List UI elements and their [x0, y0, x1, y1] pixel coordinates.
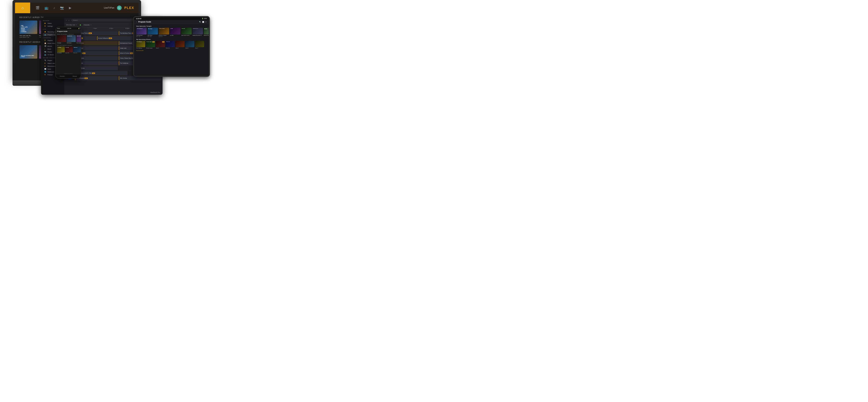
scene: ⌂ 🎬 📺 ♪ 📷 ▶ LiveTVFan L PLEX — [0, 0, 217, 100]
prog-mlb-baseball[interactable]: MLB Baseball NEW — [75, 76, 118, 80]
watch-later-label: Watch Later — [48, 63, 55, 64]
ipad-upcoming-show4[interactable]: THIS IS US This Is Us — [166, 41, 175, 49]
ipad-card-eldivo[interactable]: El Divo y Lázaro El Divo y Lázaro Ep 26-… — [159, 28, 169, 37]
pg-home-icon[interactable]: ⌂ — [68, 19, 69, 21]
discover-tab[interactable]: Discover — [60, 75, 65, 77]
device-selector[interactable]: SH's Mac mini ▼ — [66, 24, 77, 26]
playlists-label: Playlists — [48, 40, 53, 41]
ipad-upcoming-goldbergs[interactable]: The Goldbergs The Goldbergs — [136, 41, 145, 49]
ipad-show-grid: THE BACHELOR The Bachelor S21 · E11 The … — [136, 28, 207, 37]
status-icon: ◉ — [44, 22, 46, 24]
ipad-upcoming-text-premier: Premier League — [146, 48, 155, 49]
ipad-settings-icon[interactable]: ⚙ — [205, 21, 207, 23]
phone-card-3[interactable]: ONCE UPON A TIME Once Upon... — [76, 35, 81, 43]
ipad-search-icon[interactable]: 🔍 — [199, 21, 201, 23]
phone-upcoming-card-2[interactable]: Fresh Off Fresh Off... — [65, 47, 73, 54]
ipad-upcoming-show6[interactable]: Show 6 — [185, 41, 194, 49]
prog-jeopardy[interactable]: Jeopardy! NEW — [75, 51, 118, 55]
music-label: Music — [48, 48, 51, 50]
phone-app-title: Program Guide — [57, 31, 80, 32]
ipad-upcoming-premier[interactable]: Premier League NEW Premier League — [146, 41, 155, 49]
phone-upcoming-section: My Upcoming Shows The Middle The Middle … — [56, 44, 81, 54]
settings-label: Settings — [48, 25, 53, 27]
ipad-title-eldivo: El Divo y Lázaro — [159, 35, 169, 36]
ipad-card-news[interactable]: Nightly Business Nightly Business R... — [192, 28, 203, 37]
ipad-upcoming-grid: The Goldbergs The Goldbergs Premier Leag… — [136, 41, 207, 49]
ipad-status-bar: 12:35 PM 🔋 100% — [134, 17, 209, 20]
prog-blue-bloods[interactable]: Blue Bloods — [75, 61, 118, 65]
plugins-label: Plugins — [48, 60, 52, 61]
ipad-upcoming-img-show6 — [185, 41, 194, 47]
home-icon: ⌂ — [22, 5, 24, 10]
prog-family-feud[interactable]: Family Feud — [75, 46, 118, 50]
phone-card-img-1 — [57, 35, 66, 42]
prog-bigbang-s4[interactable]: The Big Bang Theory NEW — [75, 31, 118, 35]
news-icon: 📰 — [44, 68, 46, 70]
phone-upcoming-card-3[interactable]: THIS IS US This Is Us — [73, 47, 81, 54]
ipad-card-jose[interactable]: José Joel José Joel, el prín... — [181, 28, 192, 37]
tv-card-lateshow[interactable]: THELATE LATESHOWJAMESCORDEN The Late Lat… — [20, 21, 37, 38]
prog-martha-bakes[interactable]: Martha Bakes — [75, 56, 118, 60]
plex-logo: PLEX — [124, 6, 134, 10]
tv-nav-icon[interactable]: 📺 — [44, 6, 49, 10]
prog-inside-edition[interactable]: Inside Edition — [75, 41, 118, 45]
ipad-upcoming-show7[interactable]: Show 7 — [195, 41, 204, 49]
phone-card-img-2: WASHINGTON — [67, 35, 76, 42]
ipad-upcoming-text-show3: Show 3 — [156, 48, 165, 49]
plex-avatar[interactable]: L — [117, 5, 122, 10]
movies-label: Movies — [48, 45, 52, 47]
samsung-label: SAMSUNG — [64, 73, 73, 74]
ipad-card-voice[interactable]: The Voice The Voice S14 · E16 — [148, 28, 158, 37]
ipad-upcoming-img-show5 — [176, 41, 185, 47]
back-button[interactable]: ‹ — [66, 19, 67, 21]
ipad-upcoming-show3[interactable]: NEW Show 3 — [156, 41, 165, 49]
prog-goldbergs-2[interactable]: The Goldbergs — [75, 66, 118, 70]
phone-upcoming-card-1[interactable]: The Middle The Middle — [57, 47, 65, 54]
live-dot — [80, 25, 81, 26]
ipad-card-martha[interactable]: Martha Martha Stewart G... — [204, 28, 209, 37]
ipad-upcoming-section: My Upcoming Shows The Goldbergs The Gold… — [136, 39, 207, 49]
phone-card-text-3: Once Upon... — [76, 42, 81, 43]
ipad-img-bachelor: THE BACHELOR — [136, 28, 147, 34]
ipad-card-bachelor[interactable]: THE BACHELOR The Bachelor S21 · E11 — [136, 28, 147, 37]
channels-selector[interactable]: Channels ▼ — [84, 24, 92, 26]
home-nav-button[interactable]: ⌂ — [15, 2, 30, 13]
sidebar-manage-section: MANAGE ◉ Status ⚙ Settings — [41, 19, 64, 28]
ipad-img-lahifa: La Hifa — [170, 28, 180, 34]
video-nav-icon[interactable]: ▶ — [69, 6, 71, 10]
device-dropdown-icon: ▼ — [76, 24, 77, 26]
ipad-card-lahifa[interactable]: La Hifa La Hifa — [170, 28, 180, 37]
phone: Sprint 5:45 PM 🔋 Program Guide New Episo… — [55, 27, 81, 79]
sidebar-item-status[interactable]: ◉ Status — [43, 22, 63, 25]
podcast-icon: 🎙 — [44, 74, 46, 75]
ipad-window-icon[interactable]: ⬜ — [202, 21, 204, 23]
ipad-upcoming-show5[interactable]: Show 5 — [176, 41, 185, 49]
ipad-header: ‹ Program Guide 🔍 ⬜ ⚙ — [134, 20, 209, 24]
music-nav-icon[interactable]: ♪ — [53, 6, 55, 10]
movies-nav-icon[interactable]: 🎬 — [35, 6, 39, 10]
lateshow-title: The Late Late Sh... — [20, 35, 37, 37]
ipad-sub-voice: S14 · E16 — [148, 36, 158, 37]
photo-nav-icon[interactable]: 📷 — [60, 6, 64, 10]
ipad-back-icon[interactable]: ‹ — [136, 21, 137, 23]
movies-icon: 🎬 — [44, 45, 46, 47]
manage-section-title: MANAGE — [43, 20, 63, 21]
news-label: News — [48, 68, 51, 70]
ipad-title-lahifa: La Hifa — [170, 35, 180, 36]
ipad-new-episodes-section: New Episodes Tonight THE BACHELOR The Ba… — [136, 25, 207, 37]
ipad-img-martha: Martha — [204, 28, 209, 34]
prog-abc7-kofy[interactable]: ABC7 News on KOFY 7PM NEW — [75, 71, 127, 75]
ipad-upcoming-title: My Upcoming Shows — [136, 39, 207, 40]
tv-card-added1[interactable]: THE LATE LATE SHOW JAMES CORDEN — [20, 45, 37, 60]
ipad-upcoming-text-show7: Show 7 — [195, 48, 204, 49]
phone-card-1[interactable]: Campaign — [57, 35, 66, 43]
ipad-upcoming-img-show4: THIS IS US — [166, 41, 175, 47]
browse-tab[interactable]: Browse — [73, 75, 77, 77]
ipad-upcoming-img-goldbergs: The Goldbergs — [136, 41, 145, 47]
phone-card-2[interactable]: WASHINGTON Washington... — [67, 35, 76, 43]
plex-nav-right: LiveTVFan L PLEX — [104, 5, 138, 10]
phone-upcoming-text-1: The Middle — [57, 53, 65, 54]
program-guide-icon: 📺 — [44, 34, 46, 36]
ipad-img-jose: José Joel — [181, 28, 192, 34]
phone-upcoming-img-1: The Middle — [57, 47, 65, 52]
